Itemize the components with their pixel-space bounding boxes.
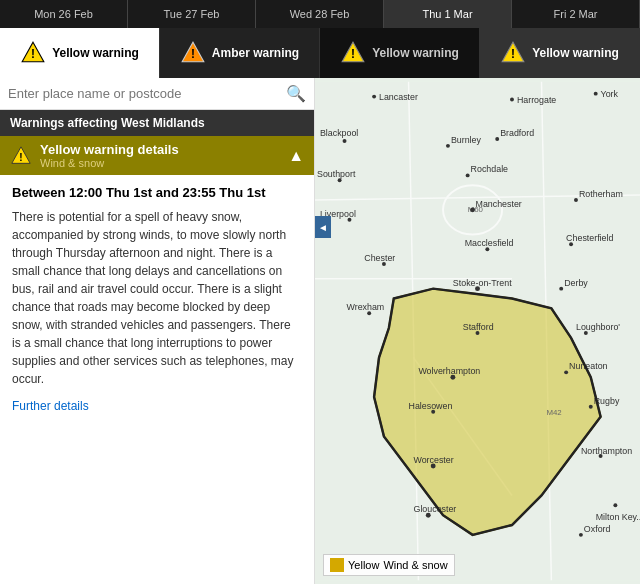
further-details-link[interactable]: Further details	[12, 399, 89, 413]
warning-tab-yellow3[interactable]: ! Yellow warning	[480, 28, 640, 78]
svg-text:!: !	[511, 47, 515, 61]
svg-text:!: !	[19, 151, 22, 162]
svg-text:Wolverhampton: Wolverhampton	[418, 366, 480, 376]
svg-text:Harrogate: Harrogate	[517, 95, 556, 105]
warning-detail-title: Yellow warning details	[40, 142, 280, 157]
warning-body: There is potential for a spell of heavy …	[12, 208, 302, 388]
legend-color-label: Yellow	[348, 559, 379, 571]
svg-text:Stoke-on-Trent: Stoke-on-Trent	[453, 278, 512, 288]
date-nav: Mon 26 Feb Tue 27 Feb Wed 28 Feb Thu 1 M…	[0, 0, 640, 28]
svg-point-25	[446, 144, 450, 148]
search-input[interactable]	[8, 86, 280, 101]
date-tab-thu[interactable]: Thu 1 Mar	[384, 0, 512, 28]
svg-point-21	[594, 92, 598, 96]
map-svg: Lancaster Harrogate York Blackpool Burnl…	[315, 78, 640, 584]
svg-text:Southport: Southport	[317, 169, 356, 179]
warning-detail-subtitle: Wind & snow	[40, 157, 280, 169]
svg-text:Worcester: Worcester	[413, 455, 453, 465]
search-bar: 🔍	[0, 78, 314, 110]
svg-point-19	[510, 98, 514, 102]
warning-tab-amber-label: Amber warning	[212, 46, 299, 60]
warning-detail-icon: !	[10, 145, 32, 167]
yellow3-warning-icon: !	[500, 40, 526, 66]
svg-text:Chester: Chester	[364, 253, 395, 263]
date-tab-fri[interactable]: Fri 2 Mar	[512, 0, 640, 28]
svg-text:Bradford: Bradford	[500, 128, 534, 138]
warning-tab-amber[interactable]: ! Amber warning	[160, 28, 320, 78]
svg-point-27	[495, 137, 499, 141]
warning-content: Between 12:00 Thu 1st and 23:55 Thu 1st …	[0, 175, 314, 584]
warning-detail-row[interactable]: ! Yellow warning details Wind & snow ▲	[0, 136, 314, 175]
amber-warning-icon: !	[180, 40, 206, 66]
svg-point-36	[470, 207, 475, 212]
svg-point-58	[564, 370, 568, 374]
svg-text:Rotherham: Rotherham	[579, 189, 623, 199]
warning-tab-yellow2[interactable]: ! Yellow warning	[320, 28, 480, 78]
svg-point-73	[613, 503, 617, 507]
svg-text:Blackpool: Blackpool	[320, 128, 358, 138]
search-icon[interactable]: 🔍	[286, 84, 306, 103]
yellow-warning-icon: !	[20, 40, 46, 66]
date-tab-wed[interactable]: Wed 28 Feb	[256, 0, 384, 28]
warning-collapse-button[interactable]: ▲	[288, 147, 304, 165]
warning-tabs: ! Yellow warning ! Amber warning ! Yello…	[0, 28, 640, 78]
svg-point-62	[589, 405, 593, 409]
panel-collapse-arrow[interactable]	[315, 216, 331, 238]
warning-tab-yellow3-label: Yellow warning	[532, 46, 619, 60]
region-label: Warnings affecting West Midlands	[0, 110, 314, 136]
svg-text:Milton Key...: Milton Key...	[596, 512, 640, 522]
warning-tab-yellow2-label: Yellow warning	[372, 46, 459, 60]
svg-point-48	[559, 287, 563, 291]
svg-point-17	[372, 95, 376, 99]
main-layout: 🔍 Warnings affecting West Midlands ! Yel…	[0, 78, 640, 584]
legend-type-label: Wind & snow	[383, 559, 447, 571]
left-panel: 🔍 Warnings affecting West Midlands ! Yel…	[0, 78, 315, 584]
legend-yellow-box	[330, 558, 344, 572]
warning-detail-text: Yellow warning details Wind & snow	[40, 142, 280, 169]
map-area: Lancaster Harrogate York Blackpool Burnl…	[315, 78, 640, 584]
svg-text:Halesowen: Halesowen	[409, 401, 453, 411]
yellow2-warning-icon: !	[340, 40, 366, 66]
date-tab-mon[interactable]: Mon 26 Feb	[0, 0, 128, 28]
svg-text:Macclesfield: Macclesfield	[465, 238, 514, 248]
svg-text:York: York	[601, 89, 619, 99]
svg-text:Burnley: Burnley	[451, 135, 482, 145]
date-tab-tue[interactable]: Tue 27 Feb	[128, 0, 256, 28]
svg-point-38	[574, 198, 578, 202]
svg-text:Chesterfield: Chesterfield	[566, 233, 613, 243]
svg-text:Wrexham: Wrexham	[347, 302, 385, 312]
warning-time: Between 12:00 Thu 1st and 23:55 Thu 1st	[12, 185, 302, 200]
svg-text:Lancaster: Lancaster	[379, 92, 418, 102]
svg-text:M42: M42	[546, 408, 561, 417]
svg-point-23	[343, 139, 347, 143]
svg-text:Northampton: Northampton	[581, 446, 632, 456]
svg-text:Manchester: Manchester	[476, 199, 522, 209]
svg-text:Oxford: Oxford	[584, 524, 611, 534]
svg-text:Derby: Derby	[564, 278, 588, 288]
map-legend: Yellow Wind & snow	[323, 554, 455, 576]
svg-text:!: !	[31, 47, 35, 61]
svg-point-71	[579, 533, 583, 537]
svg-text:Loughboro': Loughboro'	[576, 322, 620, 332]
svg-text:!: !	[351, 47, 355, 61]
svg-point-31	[466, 173, 470, 177]
svg-text:Stafford: Stafford	[463, 322, 494, 332]
warning-tab-yellow-label: Yellow warning	[52, 46, 139, 60]
warning-tab-yellow[interactable]: ! Yellow warning	[0, 28, 160, 78]
svg-text:!: !	[191, 47, 195, 61]
svg-text:Rochdale: Rochdale	[471, 164, 509, 174]
